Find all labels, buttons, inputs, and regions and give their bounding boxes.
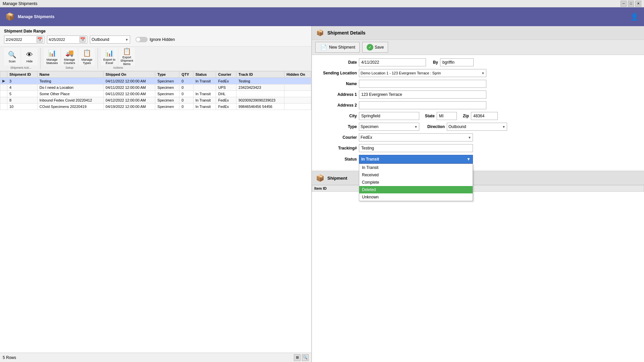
export-excel-label: Export to Excel — [102, 58, 117, 65]
toggle-knob — [136, 38, 140, 42]
direction-form-arrow-icon: ▼ — [502, 125, 505, 129]
end-date-calendar-btn[interactable]: 📅 — [79, 37, 86, 43]
window-controls: ─ □ ✕ — [621, 1, 641, 7]
cell-qty: 0 — [179, 104, 193, 110]
status-option-complete[interactable]: Complete — [359, 179, 473, 186]
col-type: Type — [155, 71, 179, 78]
courier-select[interactable]: FedEx ▼ — [359, 133, 473, 141]
address2-input[interactable] — [359, 101, 486, 109]
export-excel-button[interactable]: 📊 Export to Excel — [101, 48, 117, 65]
type-direction-row: Type Specimen ▼ Direction Outbound ▼ — [317, 123, 639, 131]
tracking-row: Tracking# — [317, 144, 639, 152]
address1-input[interactable] — [359, 90, 486, 99]
app-icon: 📦 — [5, 12, 14, 21]
shipment-details-icon: 📦 — [315, 28, 325, 38]
cell-shipped-on: 04/11/2022 12:00:00 AM — [103, 84, 155, 91]
tracking-input[interactable] — [359, 144, 473, 152]
end-date-input[interactable]: 4/25/2022 📅 — [47, 36, 87, 44]
address1-label: Address 1 — [317, 92, 357, 97]
end-date-value: 4/25/2022 — [49, 38, 65, 42]
date-input[interactable] — [359, 58, 426, 66]
toggle-switch[interactable] — [136, 37, 148, 42]
shipment-group-label: Shipment Acti... — [10, 66, 32, 69]
status-option-in-transit[interactable]: In Transit — [359, 164, 473, 171]
manage-couriers-icon: 🚚 — [65, 48, 74, 58]
name-label: Name — [317, 81, 357, 86]
minimize-btn[interactable]: ─ — [621, 1, 627, 7]
status-option-deleted[interactable]: Deleted — [359, 186, 473, 193]
export-items-icon: 📋 — [122, 47, 131, 55]
right-panel: 📦 Shipment Details 📄 New Shipment ✓ Save… — [312, 26, 644, 362]
type-label: Type — [317, 124, 357, 129]
search-status-icon[interactable]: 🔍 — [302, 354, 309, 361]
toolbar: 🔍 Scan 👁 Hide Shipment Acti... 📊 Manage … — [0, 47, 311, 71]
status-current-value: In Transit — [361, 157, 379, 162]
col-shipment-id: Shipment ID — [7, 71, 38, 78]
export-shipment-items-button[interactable]: 📋 Export Shipment Items — [119, 48, 135, 65]
restore-btn[interactable]: □ — [628, 1, 634, 7]
direction-form-value: Outbound — [448, 124, 466, 129]
ignore-hidden-toggle[interactable]: Ignore Hidden — [136, 37, 175, 42]
cell-shipped-on: 04/19/2022 12:00:00 AM — [103, 104, 155, 110]
new-shipment-button[interactable]: 📄 New Shipment — [315, 42, 360, 53]
status-arrow-icon: ▼ — [467, 157, 471, 162]
col-courier: Courier — [216, 71, 236, 78]
shipment-buttons: 🔍 Scan 👁 Hide — [4, 48, 38, 65]
new-shipment-label: New Shipment — [329, 45, 355, 50]
start-date-value: 2/24/2022 — [6, 38, 22, 42]
start-date-input[interactable]: 2/24/2022 📅 — [4, 36, 44, 44]
left-panel: Shipment Date Range 2/24/2022 📅 4/25/202… — [0, 26, 312, 362]
cell-type: Specimen — [155, 78, 179, 84]
grid-icon[interactable]: ⊞ — [294, 354, 301, 361]
direction-form-select[interactable]: Outbound ▼ — [447, 123, 507, 131]
state-input[interactable] — [437, 112, 457, 120]
table-row[interactable]: 8 Inbound Fedex Covid 20220412 04/12/202… — [0, 97, 311, 104]
manage-statuses-button[interactable]: 📊 Manage Statuses — [44, 48, 60, 65]
manage-types-button[interactable]: 📋 Manage Types — [79, 48, 95, 65]
cell-track-id — [236, 91, 284, 97]
save-label: Save — [375, 45, 384, 50]
export-items-label: Export Shipment Items — [119, 56, 135, 66]
cell-name: Some Other Place — [37, 91, 103, 97]
cell-courier: UPS — [216, 84, 236, 91]
col-status: Status — [193, 71, 216, 78]
shipment-details-title: Shipment Details — [327, 30, 366, 36]
table-row[interactable]: 5 Some Other Place 04/11/2022 12:00:00 A… — [0, 91, 311, 97]
table-row[interactable]: ▶ 3 Testing 04/11/2022 12:00:00 AM Speci… — [0, 78, 311, 84]
close-btn[interactable]: ✕ — [635, 1, 641, 7]
status-option-received[interactable]: Received — [359, 171, 473, 179]
cell-shipped-on: 04/11/2022 12:00:00 AM — [103, 78, 155, 84]
table-row[interactable]: 10 COvid Specimens 20220419 04/19/2022 1… — [0, 104, 311, 110]
cell-shipped-on: 04/12/2022 12:00:00 AM — [103, 97, 155, 104]
sending-location-select[interactable]: Demo Location 1 - 123 Evergreen Terrace … — [359, 69, 486, 77]
cell-hidden-on — [284, 91, 311, 97]
type-select[interactable]: Specimen ▼ — [359, 123, 419, 131]
scan-button[interactable]: 🔍 Scan — [4, 48, 20, 65]
shipment-actions-bar: 📄 New Shipment ✓ Save — [312, 40, 644, 55]
status-dropdown: In Transit Received Complete Deleted Unk… — [359, 164, 473, 201]
manage-couriers-button[interactable]: 🚚 Manage Couriers — [61, 48, 77, 65]
direction-select[interactable]: Outbound ▼ — [90, 36, 130, 44]
hide-button[interactable]: 👁 Hide — [21, 48, 38, 65]
cell-id: 5 — [7, 91, 38, 97]
start-date-calendar-btn[interactable]: 📅 — [37, 37, 43, 43]
user-icon[interactable]: 👤 — [630, 13, 639, 21]
shipments-table: Shipment ID Name Shipped On Type QTY Sta… — [0, 71, 311, 110]
status-row: Status In Transit ▼ In Transit Received … — [317, 155, 639, 164]
cell-courier: DHL — [216, 91, 236, 97]
actions-group-label: Actions — [113, 66, 123, 69]
zip-input[interactable] — [471, 112, 498, 120]
direction-value: Outbound — [92, 37, 109, 42]
by-input[interactable] — [440, 58, 474, 66]
table-row[interactable]: 4 Do I need a Location 04/11/2022 12:00:… — [0, 84, 311, 91]
items-title: Shipment — [327, 176, 347, 181]
name-input[interactable] — [359, 80, 486, 88]
status-option-unknown[interactable]: Unknown — [359, 193, 473, 201]
cell-status: In Transit — [193, 91, 216, 97]
city-input[interactable] — [359, 112, 419, 120]
status-label: Status — [317, 157, 357, 162]
save-button[interactable]: ✓ Save — [362, 42, 388, 53]
status-select[interactable]: In Transit ▼ — [359, 155, 473, 164]
shipments-table-area: Shipment ID Name Shipped On Type QTY Sta… — [0, 71, 311, 353]
cell-status — [193, 84, 216, 91]
